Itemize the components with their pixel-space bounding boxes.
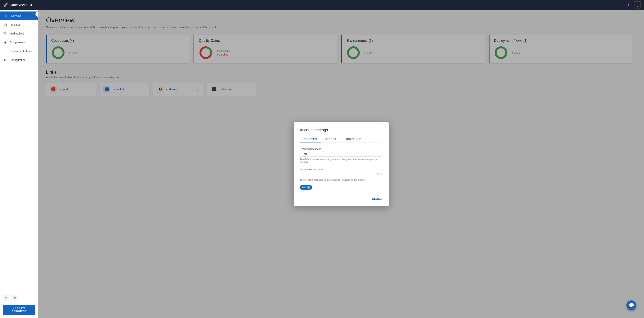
modal-title: Account settings: [300, 128, 382, 132]
main-layout: ‹ ⊞ Overview ▤ Pipelines 🛒 Marketplace ◈…: [0, 10, 644, 318]
allowed-namespaces-row: + + ADD: [300, 172, 382, 177]
app-name: KubeRocketCI: [10, 3, 32, 7]
account-settings-modal: Account settings CLUSTER GENERAL USER IN…: [293, 122, 389, 206]
chip-krci-label: krci: [302, 186, 306, 189]
default-namespace-field: ✓ krci: [300, 152, 382, 157]
info-button[interactable]: ℹ: [626, 2, 632, 8]
topnav-actions: ℹ ⋮: [626, 2, 641, 9]
sidebar-item-marketplace-label: Marketplace: [10, 32, 24, 35]
checkmark-icon: ✓: [300, 152, 302, 155]
tab-user-info[interactable]: USER INFO: [342, 136, 366, 143]
dots-icon: ⋮: [636, 3, 639, 7]
sidebar-item-marketplace[interactable]: 🛒 Marketplace: [0, 29, 38, 38]
chat-icon: 💬: [629, 303, 634, 308]
sidebar-item-overview[interactable]: ⊞ Overview: [0, 12, 38, 20]
default-namespace-hint: The default namespace for e.g. when appl…: [300, 158, 382, 163]
default-namespace-value: krci: [304, 152, 382, 155]
chat-fab-button[interactable]: 💬: [626, 300, 636, 310]
overview-icon: ⊞: [3, 14, 7, 18]
allowed-namespaces-label: Allowed namespaces: [300, 168, 382, 171]
add-label: + ADD: [375, 173, 382, 175]
topnav: 🚀 KubeRocketCI ℹ ⋮: [0, 0, 644, 10]
components-icon: ◈: [3, 40, 7, 45]
allowed-namespaces-hint: The list of namespaces you are allowed t…: [300, 179, 382, 181]
namespace-chips: krci ✕: [300, 185, 382, 190]
info-icon: ℹ: [628, 3, 630, 7]
pipelines-icon: ▤: [3, 23, 7, 27]
cluster-tab-content: Default namespace ✓ krci The default nam…: [300, 148, 382, 190]
sidebar-item-components[interactable]: ◈ Components: [0, 38, 38, 47]
add-namespace-button[interactable]: + + ADD: [372, 173, 382, 175]
tab-cluster[interactable]: CLUSTER: [300, 136, 321, 143]
add-icon: +: [372, 173, 374, 175]
sidebar-item-overview-label: Overview: [10, 14, 21, 18]
modal-overlay: Account settings CLUSTER GENERAL USER IN…: [38, 10, 644, 318]
main-content: Overview Gain essential information on y…: [38, 10, 644, 318]
app-logo: 🚀 KubeRocketCI: [3, 3, 626, 8]
sidebar: ‹ ⊞ Overview ▤ Pipelines 🛒 Marketplace ◈…: [0, 10, 38, 318]
sidebar-item-deployment-flows-label: Deployment Flows: [10, 50, 32, 53]
default-namespace-label: Default namespace: [300, 148, 382, 150]
configuration-icon: ⚙: [3, 58, 7, 62]
create-resource-button[interactable]: + CREATE RESOURCE: [3, 304, 35, 315]
sidebar-item-deployment-flows[interactable]: ☰ Deployment Flows: [0, 47, 38, 56]
logo-icon: 🚀: [3, 3, 8, 8]
sidebar-item-components-label: Components: [10, 41, 25, 44]
menu-button[interactable]: ⋮: [634, 2, 641, 9]
allowed-namespaces-input[interactable]: [300, 172, 372, 176]
deployment-flows-icon: ☰: [3, 49, 7, 53]
tab-general[interactable]: GENERAL: [321, 136, 342, 143]
sidebar-item-configuration-label: Configuration: [10, 59, 26, 62]
sidebar-item-pipelines[interactable]: ▤ Pipelines: [0, 20, 38, 29]
create-resource-label: + CREATE RESOURCE: [6, 307, 32, 313]
chip-krci-remove[interactable]: ✕: [307, 186, 310, 189]
modal-tabs: CLUSTER GENERAL USER INFO: [300, 136, 382, 143]
sidebar-item-configuration[interactable]: ⚙ Configuration: [0, 56, 38, 64]
modal-footer: CLOSE: [300, 196, 382, 202]
settings-button[interactable]: ⚙: [12, 295, 18, 301]
sidebar-nav: ⊞ Overview ▤ Pipelines 🛒 Marketplace ◈ C…: [0, 10, 38, 292]
close-button[interactable]: CLOSE: [371, 196, 382, 202]
chip-krci: krci ✕: [300, 185, 312, 190]
sidebar-item-pipelines-label: Pipelines: [10, 23, 20, 26]
edit-button[interactable]: ✎: [3, 295, 9, 301]
sidebar-bottom: ✎ ⚙: [0, 292, 38, 303]
marketplace-icon: 🛒: [3, 32, 7, 36]
